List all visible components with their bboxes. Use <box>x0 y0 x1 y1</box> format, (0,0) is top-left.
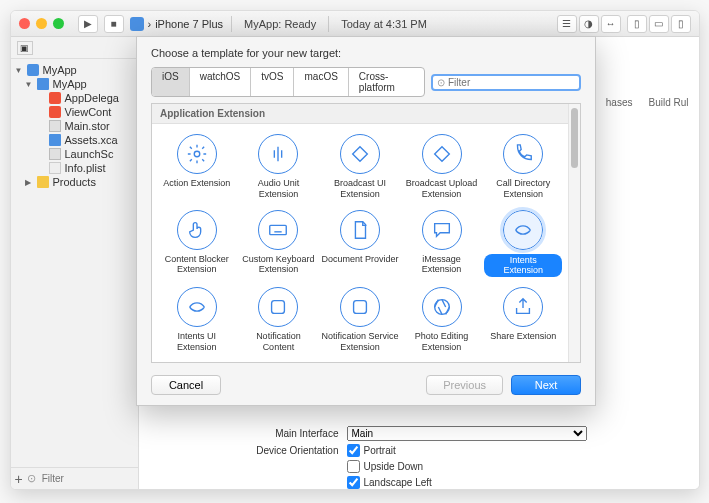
previous-button[interactable]: Previous <box>426 375 503 395</box>
broadcast-icon <box>340 134 380 174</box>
phone-icon <box>503 134 543 174</box>
fullscreen-window-button[interactable] <box>53 18 64 29</box>
titlebar: ▶ ■ › iPhone 7 Plus MyApp: Ready Today a… <box>11 11 699 37</box>
run-button[interactable]: ▶ <box>78 15 98 33</box>
broadcast-icon <box>422 134 462 174</box>
tab-buildphases[interactable]: hases <box>606 97 633 108</box>
storyboard-icon <box>49 120 61 132</box>
tmpl-intents[interactable]: Intents Extension <box>482 204 564 282</box>
scrollbar-thumb[interactable] <box>571 108 578 168</box>
plist-icon <box>49 162 61 174</box>
folder-icon <box>37 78 49 90</box>
tmpl-document-provider[interactable]: Document Provider <box>319 204 401 282</box>
file-mainstoryboard[interactable]: Main.stor <box>11 119 138 133</box>
standard-editor-button[interactable]: ☰ <box>557 15 577 33</box>
tab-macos[interactable]: macOS <box>294 68 348 96</box>
intents-icon <box>177 287 217 327</box>
tmpl-notification-service[interactable]: Notification Service Extension <box>319 281 401 357</box>
project-icon <box>27 64 39 76</box>
folder-icon <box>37 176 49 188</box>
navigator-selector[interactable]: ▣ <box>11 37 138 59</box>
section-app-extension: Application Extension <box>152 104 568 124</box>
tmpl-custom-keyboard[interactable]: Custom Keyboard Extension <box>238 204 320 282</box>
traffic-lights <box>19 18 64 29</box>
filter-icon: ⊙ <box>27 472 36 485</box>
main-interface-label: Main Interface <box>169 428 339 439</box>
app-group[interactable]: ▼ MyApp <box>11 77 138 91</box>
time-text: Today at 4:31 PM <box>341 18 427 30</box>
tmpl-call-directory[interactable]: Call Directory Extension <box>482 128 564 204</box>
project-tree: ▼ MyApp ▼ MyApp AppDelega View <box>11 59 138 467</box>
template-filter[interactable]: ⊙ <box>431 74 581 91</box>
inspector-toggle-button[interactable]: ▯ <box>671 15 691 33</box>
main-interface-select[interactable]: Main <box>347 426 587 441</box>
minimize-window-button[interactable] <box>36 18 47 29</box>
template-filter-input[interactable] <box>448 77 575 88</box>
add-button[interactable]: + <box>15 471 23 487</box>
products-group[interactable]: ▶ Products <box>11 175 138 189</box>
share-icon <box>503 287 543 327</box>
tmpl-imessage[interactable]: iMessage Extension <box>401 204 483 282</box>
tab-watchos[interactable]: watchOS <box>190 68 252 96</box>
assets-icon <box>49 134 61 146</box>
sheet-title: Choose a template for your new target: <box>137 37 595 67</box>
tmpl-action-extension[interactable]: Action Extension <box>156 128 238 204</box>
tab-ios[interactable]: iOS <box>152 68 190 96</box>
svg-point-0 <box>194 151 200 157</box>
assistant-editor-button[interactable]: ◑ <box>579 15 599 33</box>
close-window-button[interactable] <box>19 18 30 29</box>
gear-icon <box>177 134 217 174</box>
hand-icon <box>177 210 217 250</box>
document-icon <box>340 210 380 250</box>
chat-bubble-icon <box>422 210 462 250</box>
notification-icon <box>340 287 380 327</box>
editor-tabs-partial: hases Build Rul <box>606 97 689 108</box>
tmpl-share[interactable]: Share Extension <box>482 281 564 357</box>
version-editor-button[interactable]: ↔ <box>601 15 621 33</box>
project-root[interactable]: ▼ MyApp <box>11 63 138 77</box>
file-appdelegate[interactable]: AppDelega <box>11 91 138 105</box>
file-assets[interactable]: Assets.xca <box>11 133 138 147</box>
platform-tabs: iOS watchOS tvOS macOS Cross-platform <box>151 67 425 97</box>
svg-rect-1 <box>270 225 287 234</box>
tmpl-notification-content[interactable]: Notification Content <box>238 281 320 357</box>
navigator-bottom-bar: + ⊙ ⏱ ▣ <box>11 467 138 489</box>
new-target-sheet: Choose a template for your new target: i… <box>136 36 596 406</box>
tab-crossplatform[interactable]: Cross-platform <box>349 68 424 96</box>
checkbox-portrait[interactable] <box>347 444 360 457</box>
debug-toggle-button[interactable]: ▭ <box>649 15 669 33</box>
checkbox-upsidedown[interactable] <box>347 460 360 473</box>
nav-toggle-button[interactable]: ▯ <box>627 15 647 33</box>
tmpl-broadcast-ui[interactable]: Broadcast UI Extension <box>319 128 401 204</box>
tab-tvos[interactable]: tvOS <box>251 68 294 96</box>
scheme-selector[interactable]: › iPhone 7 Plus <box>130 17 224 31</box>
device-name: iPhone 7 Plus <box>155 18 223 30</box>
svg-rect-3 <box>354 301 367 314</box>
file-infoplist[interactable]: Info.plist <box>11 161 138 175</box>
tab-buildrules[interactable]: Build Rul <box>648 97 688 108</box>
cancel-button[interactable]: Cancel <box>151 375 221 395</box>
checkbox-landscapeleft[interactable] <box>347 476 360 489</box>
tmpl-broadcast-upload[interactable]: Broadcast Upload Extension <box>401 128 483 204</box>
scrollbar[interactable] <box>568 104 580 362</box>
tmpl-audio-unit[interactable]: Audio Unit Extension <box>238 128 320 204</box>
app-icon <box>130 17 144 31</box>
sheet-footer: Cancel Previous Next <box>137 369 595 405</box>
stop-button[interactable]: ■ <box>104 15 124 33</box>
template-grid: Action Extension Audio Unit Extension Br… <box>152 124 568 361</box>
next-button[interactable]: Next <box>511 375 581 395</box>
status-text: MyApp: Ready <box>244 18 316 30</box>
navigator-sidebar: ▣ ▼ MyApp ▼ MyApp AppDelega <box>11 37 139 489</box>
template-scroll[interactable]: Application Extension Action Extension A… <box>152 104 568 362</box>
tmpl-photo-editing[interactable]: Photo Editing Extension <box>401 281 483 357</box>
keyboard-icon <box>258 210 298 250</box>
file-launchscreen[interactable]: LaunchSc <box>11 147 138 161</box>
waveform-icon <box>258 134 298 174</box>
tmpl-content-blocker[interactable]: Content Blocker Extension <box>156 204 238 282</box>
storyboard-icon <box>49 148 61 160</box>
tmpl-intents-ui[interactable]: Intents UI Extension <box>156 281 238 357</box>
editor-mode-group: ☰ ◑ ↔ <box>557 15 621 33</box>
file-viewcontroller[interactable]: ViewCont <box>11 105 138 119</box>
swift-icon <box>49 106 61 118</box>
swift-icon <box>49 92 61 104</box>
